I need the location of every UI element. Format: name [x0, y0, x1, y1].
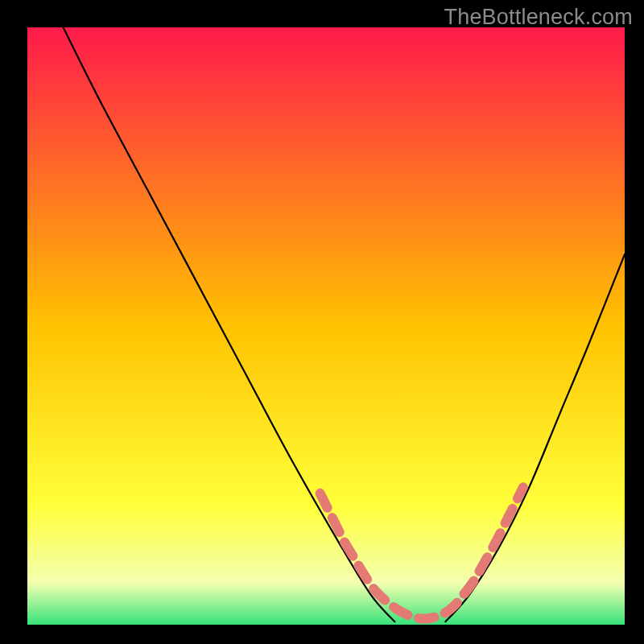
chart-container: TheBottleneck.com	[0, 0, 644, 644]
watermark-text: TheBottleneck.com	[444, 5, 633, 30]
plot-area	[27, 27, 625, 625]
chart-svg	[27, 27, 625, 625]
gradient-background	[27, 27, 625, 625]
